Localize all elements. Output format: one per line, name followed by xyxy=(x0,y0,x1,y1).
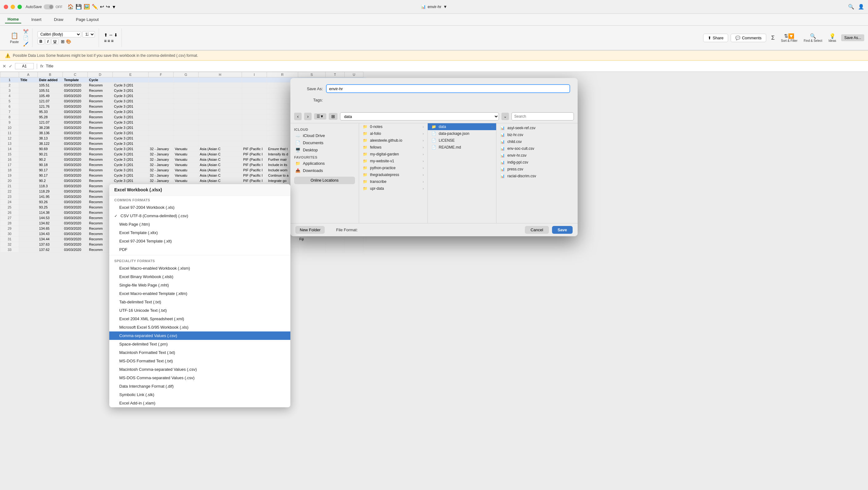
border-icon[interactable]: ⊞ xyxy=(61,39,65,44)
ideas-button[interactable]: 💡 Ideas xyxy=(826,32,839,44)
list-item[interactable]: 📊press.csv xyxy=(496,166,578,172)
sidebar-item-applications[interactable]: 📁 Applications xyxy=(290,160,359,167)
align-bottom-icon[interactable]: ⬇ xyxy=(114,32,118,37)
profile-icon[interactable]: 👤 xyxy=(858,4,864,10)
autosave-toggle[interactable]: AutoSave OFF xyxy=(26,4,62,9)
file-icon: 📄 xyxy=(432,138,436,143)
list-item[interactable]: 📁al-folio› xyxy=(359,130,428,137)
favourites-section-label: Favourites xyxy=(290,154,359,160)
list-item[interactable]: 📁fellows› xyxy=(359,144,428,151)
bold-button[interactable]: B xyxy=(37,38,44,44)
sidebar-item-downloads[interactable]: 📥 Downloads xyxy=(290,167,359,174)
tab-draw[interactable]: Draw xyxy=(52,16,66,23)
align-right-icon[interactable]: ≡ xyxy=(111,38,113,43)
sort-filter-button[interactable]: ⇅🔽 Sort & Filter xyxy=(778,32,800,44)
font-name-select[interactable]: Calibri (Body) xyxy=(37,31,81,37)
share-icon: ⬆ xyxy=(708,36,711,40)
expand-button[interactable]: ⌄ xyxy=(501,113,509,120)
cancel-formula-icon[interactable]: ✕ xyxy=(2,64,6,69)
list-item[interactable]: 📁data› xyxy=(428,123,496,130)
align-center-icon[interactable]: ≡ xyxy=(107,38,110,43)
forward-button[interactable]: › xyxy=(304,113,312,120)
list-item[interactable]: 📊asyl-seek-ref.csv xyxy=(496,125,578,131)
comments-button[interactable]: 💬 Comments xyxy=(731,34,766,42)
list-item[interactable]: 📁my-website-v1› xyxy=(359,158,428,164)
view-toggle-button[interactable]: ☰▼ xyxy=(314,113,326,120)
list-item[interactable]: 📁python-practice› xyxy=(359,164,428,171)
sidebar-item-desktop[interactable]: 🖥️ Desktop xyxy=(290,146,359,154)
sum-button[interactable]: Σ xyxy=(769,33,777,42)
tags-input[interactable] xyxy=(326,96,570,104)
list-item[interactable]: 📄README.md xyxy=(428,144,496,151)
file-format-label: File Format: xyxy=(336,228,358,232)
save-as-toolbar-button[interactable]: Save As... xyxy=(841,34,864,41)
icon-toggle-button[interactable]: ⊞ xyxy=(329,113,338,120)
file-name: al-folio xyxy=(370,131,381,136)
online-locations-btn[interactable]: Online Locations xyxy=(290,174,359,187)
list-item[interactable]: 📊env-soc-cult.csv xyxy=(496,145,578,152)
file-name: aleesteele.github.io xyxy=(370,138,402,143)
sidebar-label-documents: Documents xyxy=(303,140,323,145)
down-icon[interactable]: ▼ xyxy=(112,4,116,9)
format-painter-icon[interactable]: 🖌️ xyxy=(23,41,28,46)
redo-icon[interactable]: ↪ xyxy=(106,4,110,10)
list-item[interactable]: 📊racial-discrim.csv xyxy=(496,172,578,179)
title-right: 🔍 👤 xyxy=(848,4,864,10)
formula-input[interactable] xyxy=(46,64,866,68)
new-folder-button[interactable]: New Folder xyxy=(296,226,325,234)
tab-insert[interactable]: Insert xyxy=(29,16,44,23)
list-item[interactable]: 📁thegraduatepress› xyxy=(359,171,428,178)
list-item[interactable]: 📊envir-hr.csv xyxy=(496,152,578,159)
tags-row: Tags: xyxy=(298,96,570,104)
sidebar-item-icloud-drive[interactable]: ☁️ iCloud Drive xyxy=(290,132,359,139)
photo-icon[interactable]: 🖼️ xyxy=(84,4,90,10)
align-left-icon[interactable]: ≡ xyxy=(104,38,106,43)
list-item[interactable]: 📁transcribe› xyxy=(359,178,428,185)
list-item[interactable]: 📁0-notes› xyxy=(359,123,428,130)
paste-button[interactable]: 📋 Paste xyxy=(7,31,21,45)
back-button[interactable]: ‹ xyxy=(294,113,302,120)
find-select-button[interactable]: 🔍 Find & Select xyxy=(801,32,825,44)
align-top-icon[interactable]: ⬆ xyxy=(104,32,108,37)
cancel-button[interactable]: Cancel xyxy=(525,226,549,234)
italic-button[interactable]: I xyxy=(45,38,51,44)
tab-home[interactable]: Home xyxy=(5,15,21,24)
sidebar-item-documents[interactable]: 📄 Documents xyxy=(290,139,359,146)
file-name: envir-hr.csv xyxy=(507,153,526,158)
undo-icon[interactable]: ↩ xyxy=(100,4,104,10)
fullscreen-button[interactable] xyxy=(18,5,22,9)
save-icon[interactable]: 💾 xyxy=(75,4,82,10)
list-item[interactable]: 📊biz-hr.csv xyxy=(496,131,578,138)
spreadsheet: A B C D E F G H I R S T U xyxy=(0,72,868,490)
autosave-switch[interactable] xyxy=(44,4,54,9)
path-select[interactable]: data xyxy=(340,112,499,121)
home-icon[interactable]: 🏠 xyxy=(67,4,74,10)
save-button[interactable]: Save xyxy=(552,226,572,234)
underline-button[interactable]: U xyxy=(52,38,58,44)
list-item[interactable]: 📁my-digital-garden› xyxy=(359,151,428,158)
save-cancel-buttons: Cancel Save xyxy=(525,226,572,234)
list-item[interactable]: 📁aleesteele.github.io› xyxy=(359,137,428,144)
list-item[interactable]: 📊indig-ppl.csv xyxy=(496,159,578,166)
font-size-select[interactable]: 12 xyxy=(83,31,95,37)
align-mid-icon[interactable]: ↔ xyxy=(108,32,113,37)
online-locations-button[interactable]: Online Locations xyxy=(294,177,355,184)
filename-input[interactable] xyxy=(326,84,570,93)
list-item[interactable]: 📊child.csv xyxy=(496,138,578,145)
share-button[interactable]: ⬆ Share xyxy=(703,34,728,42)
confirm-formula-icon[interactable]: ✓ xyxy=(9,64,12,69)
file-name: LICENSE xyxy=(439,138,455,143)
search-icon[interactable]: 🔍 xyxy=(848,4,854,10)
tab-page-layout[interactable]: Page Layout xyxy=(73,16,101,23)
close-button[interactable] xyxy=(4,5,8,9)
list-item[interactable]: 📄data-package.json xyxy=(428,130,496,137)
highlight-icon[interactable]: 🎨 xyxy=(66,39,71,44)
cut-icon[interactable]: ✂️ xyxy=(23,29,28,34)
search-input[interactable] xyxy=(512,112,574,121)
cell-reference[interactable] xyxy=(15,63,34,69)
edit-icon[interactable]: ✏️ xyxy=(92,4,98,10)
list-item[interactable]: 📄LICENSE xyxy=(428,137,496,144)
minimize-button[interactable] xyxy=(11,5,15,9)
copy-icon[interactable]: 📄 xyxy=(23,35,28,40)
list-item[interactable]: 📁upr-data› xyxy=(359,185,428,192)
